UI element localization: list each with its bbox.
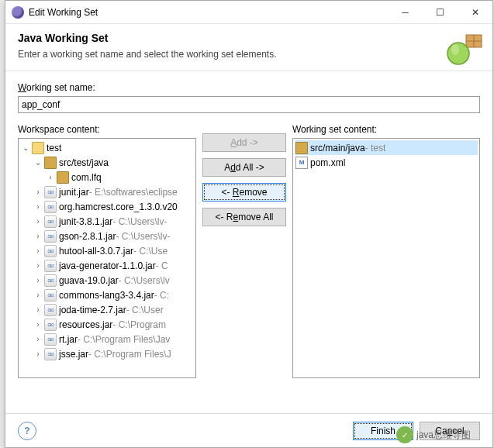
add-all-button[interactable]: Add All ->	[202, 158, 286, 177]
jar-icon	[44, 333, 57, 346]
add-button[interactable]: Add ->	[202, 133, 286, 152]
tree-label: gson-2.8.1.jar	[59, 231, 116, 242]
src-icon	[44, 157, 57, 169]
tree-row[interactable]: ›hutool-all-3.0.7.jar - C:\Use	[20, 243, 194, 258]
jar-icon	[44, 260, 57, 272]
tree-label: junit-3.8.1.jar	[59, 216, 112, 227]
content-list[interactable]: src/main/java - testpom.xml	[292, 138, 480, 378]
remove-all-button[interactable]: <- Remove All	[202, 208, 286, 226]
tree-row[interactable]: ›java-generator-1.1.0.jar - C	[20, 258, 194, 273]
tree-row[interactable]: ›junit.jar - E:\softwares\eclipse	[20, 184, 194, 199]
minimize-button[interactable]: ─	[388, 1, 423, 23]
expand-icon[interactable]: ›	[33, 350, 43, 358]
tree-row[interactable]: ›gson-2.8.1.jar - C:\Users\lv-	[20, 229, 194, 243]
help-button[interactable]: ?	[18, 422, 36, 440]
tree-label: java-generator-1.1.0.jar	[59, 260, 156, 271]
item-location: - test	[365, 143, 386, 153]
tree-row[interactable]: ›commons-lang3-3.4.jar - C:	[20, 288, 194, 302]
expand-icon[interactable]: ›	[33, 188, 43, 196]
tree-label: test	[47, 143, 61, 153]
jar-icon	[44, 304, 57, 316]
src-icon	[295, 142, 308, 154]
content-label: Working set content:	[292, 124, 480, 135]
maximize-button[interactable]: ☐	[423, 1, 458, 23]
tree-label: com.lfq	[71, 172, 102, 183]
expand-icon[interactable]: ›	[33, 202, 43, 211]
name-input[interactable]	[18, 96, 480, 113]
workspace-tree[interactable]: ⌄test⌄src/test/java›com.lfq›junit.jar - …	[18, 138, 196, 378]
tree-label: hutool-all-3.0.7.jar	[59, 246, 133, 257]
list-item[interactable]: src/main/java - test	[295, 140, 478, 155]
expand-icon[interactable]: ›	[33, 291, 43, 299]
expand-icon[interactable]: ›	[33, 217, 43, 226]
jar-icon	[44, 274, 57, 287]
expand-icon[interactable]: ›	[33, 276, 43, 284]
page-subtitle: Enter a working set name and select the …	[18, 49, 480, 60]
page-title: Java Working Set	[18, 32, 480, 44]
working-set-icon	[435, 30, 485, 67]
tree-location: - E:\softwares\eclipse	[89, 187, 178, 198]
tree-location: - C:	[154, 290, 169, 301]
eclipse-icon	[12, 6, 24, 19]
close-button[interactable]: ✕	[458, 1, 492, 23]
tree-row[interactable]: ›rt.jar - C:\Program Files\Jav	[20, 332, 194, 346]
tree-row[interactable]: ›resources.jar - C:\Program	[20, 317, 194, 332]
list-item[interactable]: pom.xml	[295, 155, 478, 170]
svg-point-3	[447, 43, 469, 64]
tree-row[interactable]: ⌄src/test/java	[20, 155, 194, 170]
workspace-label: Workspace content:	[18, 124, 196, 135]
svg-point-4	[451, 44, 459, 55]
folder-icon	[32, 142, 44, 154]
jar-icon	[44, 289, 57, 302]
tree-label: src/test/java	[59, 157, 109, 168]
watermark: ✓ java思维导图	[396, 426, 471, 443]
expand-icon[interactable]: ⌄	[20, 143, 31, 152]
expand-icon[interactable]: ›	[33, 261, 43, 270]
jar-icon	[44, 245, 57, 257]
tree-row[interactable]: ›guava-19.0.jar - C:\Users\lv	[20, 273, 194, 288]
item-label: src/main/java	[310, 143, 365, 153]
tree-location: - C	[156, 260, 168, 271]
pkg-icon	[57, 171, 69, 184]
tree-row[interactable]: ›com.lfq	[20, 170, 194, 184]
tree-row[interactable]: ›jsse.jar - C:\Program Files\J	[20, 346, 194, 361]
jar-icon	[44, 319, 57, 331]
remove-button[interactable]: <- Remove	[202, 183, 286, 202]
wechat-icon: ✓	[396, 426, 413, 443]
tree-location: - C:\Users\lv	[119, 275, 170, 286]
tree-label: jsse.jar	[59, 349, 88, 360]
header: Java Working Set Enter a working set nam…	[5, 24, 492, 71]
tree-location: - C:\Program Files\Jav	[78, 334, 170, 345]
tree-location: - C:\Users\lv-	[116, 231, 170, 242]
tree-location: - C:\User	[126, 305, 164, 315]
tree-label: junit.jar	[59, 187, 89, 198]
expand-icon[interactable]: ›	[45, 173, 56, 181]
tree-row[interactable]: ›org.hamcrest.core_1.3.0.v20	[20, 199, 194, 214]
expand-icon[interactable]: ›	[33, 335, 43, 343]
tree-label: commons-lang3-3.4.jar	[59, 290, 154, 301]
jar-icon	[44, 201, 57, 213]
tree-label: guava-19.0.jar	[59, 275, 119, 286]
window-title: Edit Working Set	[29, 7, 388, 18]
item-label: pom.xml	[310, 157, 345, 168]
expand-icon[interactable]: ›	[33, 232, 43, 240]
expand-icon[interactable]: ›	[33, 246, 43, 255]
expand-icon[interactable]: ›	[33, 305, 43, 314]
jar-icon	[44, 186, 57, 198]
expand-icon[interactable]: ›	[33, 320, 43, 329]
tree-row[interactable]: ›joda-time-2.7.jar - C:\User	[20, 302, 194, 317]
tree-label: rt.jar	[59, 334, 78, 345]
tree-label: resources.jar	[59, 319, 112, 330]
tree-location: - C:\Program	[112, 319, 166, 330]
expand-icon[interactable]: ⌄	[33, 158, 43, 167]
tree-row[interactable]: ›junit-3.8.1.jar - C:\Users\lv-	[20, 214, 194, 229]
titlebar: Edit Working Set ─ ☐ ✕	[5, 1, 492, 24]
tree-row[interactable]: ⌄test	[20, 140, 194, 155]
jar-icon	[44, 230, 57, 243]
jar-icon	[44, 215, 57, 228]
tree-location: - C:\Users\lv-	[112, 216, 167, 227]
jar-icon	[44, 348, 57, 360]
tree-location: - C:\Program Files\J	[88, 349, 171, 360]
xml-icon	[295, 157, 308, 169]
tree-location: - C:\Use	[133, 246, 168, 257]
